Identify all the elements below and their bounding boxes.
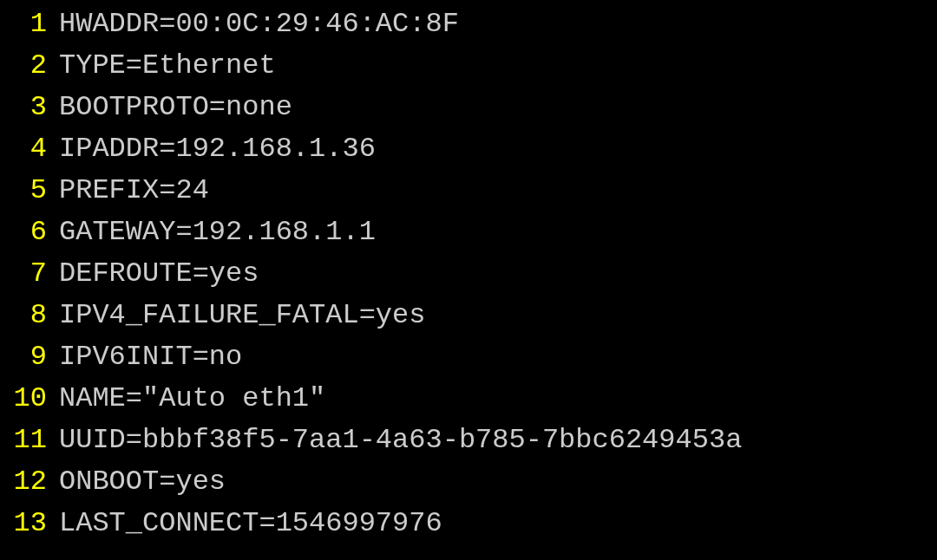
line-content: HWADDR=00:0C:29:46:AC:8F — [59, 3, 459, 45]
code-line[interactable]: 10 NAME="Auto eth1" — [0, 378, 937, 420]
line-number: 2 — [0, 45, 59, 87]
line-content: TYPE=Ethernet — [59, 45, 276, 87]
line-number: 10 — [0, 378, 59, 420]
line-number: 11 — [0, 420, 59, 461]
line-number: 7 — [0, 253, 59, 295]
line-number: 6 — [0, 212, 59, 253]
line-content: DEFROUTE=yes — [59, 253, 259, 295]
line-content: BOOTPROTO=none — [59, 87, 292, 128]
code-line[interactable]: 12 ONBOOT=yes — [0, 461, 937, 503]
line-content: IPV6INIT=no — [59, 336, 242, 378]
line-content: UUID=bbbf38f5-7aa1-4a63-b785-7bbc6249453… — [59, 420, 742, 461]
line-content: NAME="Auto eth1" — [59, 378, 325, 420]
code-line[interactable]: 5 PREFIX=24 — [0, 170, 937, 212]
line-number: 5 — [0, 170, 59, 212]
line-number: 3 — [0, 87, 59, 128]
line-number: 8 — [0, 295, 59, 336]
line-number: 12 — [0, 461, 59, 503]
line-content: LAST_CONNECT=1546997976 — [59, 503, 442, 544]
line-number: 9 — [0, 336, 59, 378]
code-line[interactable]: 13 LAST_CONNECT=1546997976 — [0, 503, 937, 544]
code-line[interactable]: 8 IPV4_FAILURE_FATAL=yes — [0, 295, 937, 336]
code-line[interactable]: 7 DEFROUTE=yes — [0, 253, 937, 295]
code-line[interactable]: 6 GATEWAY=192.168.1.1 — [0, 212, 937, 253]
line-content: ONBOOT=yes — [59, 461, 226, 503]
code-line[interactable]: 9 IPV6INIT=no — [0, 336, 937, 378]
line-content: GATEWAY=192.168.1.1 — [59, 212, 376, 253]
line-number: 1 — [0, 3, 59, 45]
code-line[interactable]: 4 IPADDR=192.168.1.36 — [0, 128, 937, 170]
line-number: 13 — [0, 503, 59, 544]
code-line[interactable]: 1 HWADDR=00:0C:29:46:AC:8F — [0, 3, 937, 45]
code-line[interactable]: 2 TYPE=Ethernet — [0, 45, 937, 87]
line-content: PREFIX=24 — [59, 170, 209, 212]
code-editor[interactable]: 1 HWADDR=00:0C:29:46:AC:8F 2 TYPE=Ethern… — [0, 3, 937, 544]
line-content: IPADDR=192.168.1.36 — [59, 128, 376, 170]
line-number: 4 — [0, 128, 59, 170]
code-line[interactable]: 11 UUID=bbbf38f5-7aa1-4a63-b785-7bbc6249… — [0, 420, 937, 461]
code-line[interactable]: 3 BOOTPROTO=none — [0, 87, 937, 128]
line-content: IPV4_FAILURE_FATAL=yes — [59, 295, 425, 336]
